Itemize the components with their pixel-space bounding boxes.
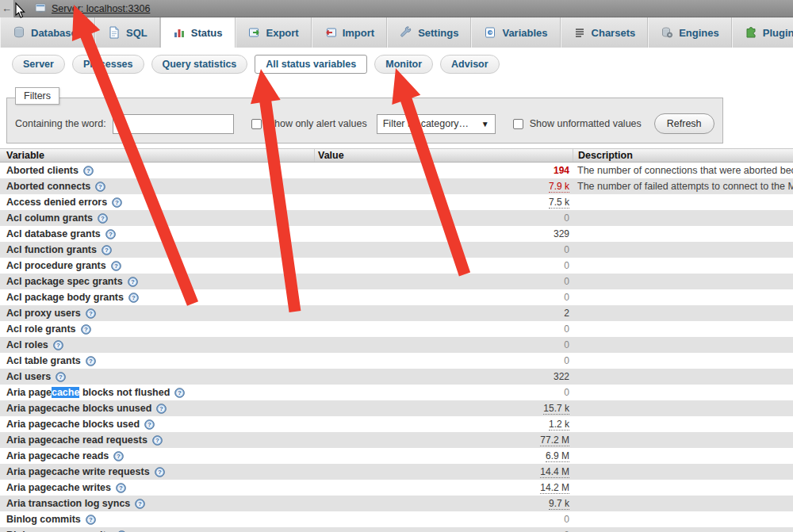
help-icon[interactable]: ? (95, 182, 105, 192)
variable-name: Aria transaction log syncs (6, 498, 130, 509)
svg-text:?: ? (117, 453, 121, 460)
help-icon[interactable]: ? (152, 435, 163, 446)
collapse-panel-button[interactable]: ← (0, 0, 14, 17)
help-icon[interactable]: ? (102, 245, 112, 255)
variable-value[interactable]: 15.7 k (543, 403, 569, 415)
help-icon[interactable]: ? (111, 261, 121, 271)
tab-databases[interactable]: Databases (0, 17, 95, 48)
subtab-query-statistics[interactable]: Query statistics (151, 55, 248, 74)
help-icon[interactable]: ? (144, 419, 155, 430)
status-variables-table: Variable Value Description Aborted clien… (0, 148, 793, 532)
tab-plugins[interactable]: Plugins (732, 17, 793, 48)
help-icon[interactable]: ? (135, 499, 145, 509)
table-row: Acl column grants?0 (0, 210, 793, 226)
variable-value[interactable]: 7.9 k (549, 181, 569, 193)
variable-value[interactable]: 1.2 k (549, 419, 569, 431)
variable-name: Aria pagecache write requests (6, 466, 150, 477)
help-icon[interactable]: ? (81, 324, 91, 335)
subtab-processes[interactable]: Processes (72, 55, 144, 74)
value-cell: 9.7 k (314, 498, 573, 509)
containing-word-label: Containing the word: (15, 118, 106, 129)
tab-export[interactable]: Export (236, 17, 312, 48)
variable-cell: Aria transaction log syncs? (0, 498, 314, 509)
variable-value: 0 (564, 212, 569, 224)
help-icon[interactable]: ? (128, 277, 138, 287)
help-icon[interactable]: ? (113, 451, 124, 461)
database-icon (13, 26, 25, 39)
help-icon[interactable]: ? (53, 340, 63, 350)
value-cell: 0 (314, 212, 573, 224)
variable-cell: Acl database grants? (0, 228, 314, 239)
tab-settings[interactable]: Settings (387, 17, 471, 48)
tab-charsets[interactable]: Charsets (561, 17, 649, 48)
tab-variables[interactable]: Variables (471, 17, 560, 48)
help-icon[interactable]: ? (128, 293, 139, 303)
table-row: Acl procedure grants?0 (0, 258, 793, 274)
tab-label: SQL (126, 27, 147, 39)
variable-value[interactable]: 14.2 M (540, 482, 569, 494)
help-icon[interactable]: ? (83, 166, 94, 176)
help-icon[interactable]: ? (86, 308, 96, 319)
subtab-monitor[interactable]: Monitor (374, 55, 433, 74)
variable-name: Binlog commits (6, 514, 81, 525)
tab-sql[interactable]: SQL (95, 17, 160, 48)
variable-name: Aborted clients (6, 165, 79, 176)
table-row: Aria pagecache writes?14.2 M (0, 480, 793, 496)
variable-cell: Aborted connects? (0, 181, 314, 192)
help-icon[interactable]: ? (174, 388, 185, 398)
sql-icon (108, 26, 121, 39)
tab-label: Charsets (592, 27, 636, 39)
table-row: Binlog commits?0 (0, 511, 793, 527)
help-icon[interactable]: ? (105, 229, 116, 239)
variable-value[interactable]: 6.9 M (546, 450, 569, 462)
refresh-button[interactable]: Refresh (654, 113, 714, 134)
unformatted-values-label: Show unformatted values (530, 118, 642, 129)
tab-status[interactable]: Status (160, 17, 236, 48)
svg-text:?: ? (155, 437, 159, 444)
help-icon[interactable]: ? (86, 356, 96, 366)
help-icon[interactable]: ? (56, 372, 66, 382)
unformatted-values-checkbox[interactable] (513, 119, 523, 129)
variable-value[interactable]: 9.7 k (549, 498, 569, 510)
svg-text:?: ? (89, 310, 93, 317)
svg-text:?: ? (56, 342, 60, 349)
value-cell: 329 (314, 228, 573, 239)
category-filter-select[interactable]: Filter by category… ▼ (377, 114, 496, 134)
help-icon[interactable]: ? (155, 467, 165, 477)
value-cell: 322 (314, 371, 573, 382)
svg-text:?: ? (109, 231, 113, 238)
engines-icon (661, 26, 673, 39)
title-bar: ← Server: localhost:3306 (0, 0, 793, 17)
value-cell: 0 (314, 244, 573, 255)
svg-text:?: ? (89, 358, 93, 365)
variable-cell: Acl users? (0, 371, 314, 382)
variable-cell: Aria pagecache blocks unused? (0, 403, 314, 414)
variable-cell: Access denied errors? (0, 197, 314, 208)
variable-value: 329 (554, 228, 569, 239)
variable-name: Aria pagecache read requests (6, 434, 147, 446)
server-breadcrumb-link[interactable]: Server: localhost:3306 (52, 3, 150, 14)
value-cell: 77.2 M (314, 434, 573, 446)
variable-cell: Aria pagecache writes? (0, 482, 314, 493)
subtab-server[interactable]: Server (12, 55, 65, 74)
value-cell: 0 (314, 260, 573, 271)
help-icon[interactable]: ? (112, 197, 122, 208)
containing-word-input[interactable] (113, 114, 234, 134)
variable-value[interactable]: 7.5 k (549, 197, 569, 209)
tab-engines[interactable]: Engines (648, 17, 732, 48)
subtab-all-status-variables[interactable]: All status variables (255, 55, 367, 74)
variable-value[interactable]: 77.2 M (540, 434, 569, 446)
variable-cell: Aria pagecache reads? (0, 450, 314, 461)
help-icon[interactable]: ? (116, 483, 126, 493)
help-icon[interactable]: ? (156, 404, 167, 414)
subtab-advisor[interactable]: Advisor (440, 55, 500, 74)
import-icon (324, 26, 337, 39)
variable-value[interactable]: 14.4 M (540, 466, 569, 478)
variable-cell: Acl package spec grants? (0, 276, 314, 287)
help-icon[interactable]: ? (98, 213, 108, 224)
variable-cell: Acl role grants? (0, 323, 314, 335)
tab-import[interactable]: Import (312, 17, 387, 48)
help-icon[interactable]: ? (86, 515, 96, 525)
value-cell: 0 (314, 339, 573, 350)
alert-values-checkbox[interactable] (251, 119, 262, 129)
